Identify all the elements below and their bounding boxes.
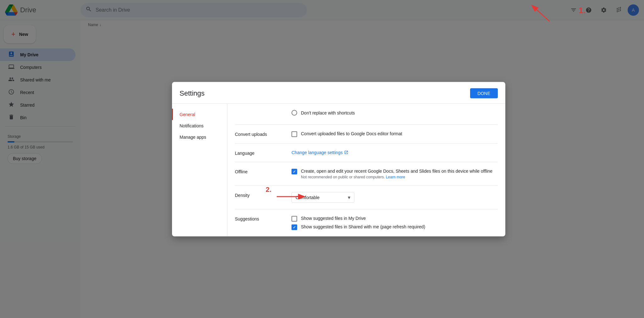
offline-checkbox-row: Create, open and edit your recent Google… [291, 168, 498, 179]
settings-nav-general[interactable]: General [172, 109, 227, 120]
settings-dialog: Settings DONE General Notifications Mana… [172, 82, 505, 236]
shortcuts-option: Don't replace with shortcuts [291, 110, 498, 115]
learn-more-link[interactable]: Learn more [386, 175, 405, 179]
convert-uploads-row: Convert uploaded files to Google Docs ed… [291, 131, 498, 137]
shortcuts-radio[interactable] [291, 110, 297, 115]
suggestions-text-2: Show suggested files in Shared with me (… [301, 224, 425, 229]
done-button[interactable]: DONE [470, 88, 498, 98]
convert-uploads-checkbox[interactable] [291, 131, 297, 137]
offline-label: Offline [235, 168, 291, 174]
settings-nav-manage-apps[interactable]: Manage apps [172, 131, 227, 142]
offline-note: Not recommended on public or shared comp… [301, 175, 492, 179]
settings-content: Don't replace with shortcuts Convert upl… [227, 103, 505, 236]
offline-description: Create, open and edit your recent Google… [301, 168, 492, 173]
settings-row-density: Density Comfortable Cozy Compact ▼ [235, 186, 498, 209]
settings-body: General Notifications Manage apps Don't … [172, 103, 505, 236]
suggestions-text-1: Show suggested files in My Drive [301, 215, 366, 220]
suggestions-row-1: Show suggested files in My Drive [291, 215, 498, 221]
suggestions-row-2: Show suggested files in Shared with me (… [291, 224, 498, 230]
settings-row-language: Language Change language settings [235, 143, 498, 162]
density-label: Density [235, 192, 291, 198]
shortcuts-label: Don't replace with shortcuts [301, 110, 355, 115]
suggestions-checkbox-2[interactable] [291, 224, 297, 230]
density-select-wrap: Comfortable Cozy Compact ▼ [291, 192, 354, 203]
settings-row-shortcuts: Don't replace with shortcuts [235, 103, 498, 125]
settings-nav-notifications[interactable]: Notifications [172, 120, 227, 131]
settings-header: Settings DONE [172, 82, 505, 103]
language-label: Language [235, 150, 291, 155]
offline-checkbox[interactable] [291, 169, 297, 174]
convert-uploads-text: Convert uploaded files to Google Docs ed… [301, 131, 402, 136]
settings-row-convert-uploads: Convert uploads Convert uploaded files t… [235, 125, 498, 143]
settings-row-suggestions: Suggestions Show suggested files in My D… [235, 209, 498, 236]
external-link-icon [344, 150, 348, 154]
settings-title: Settings [180, 89, 205, 97]
suggestions-label: Suggestions [235, 215, 291, 221]
suggestions-checkbox-1[interactable] [291, 216, 297, 221]
convert-uploads-label: Convert uploads [235, 131, 291, 137]
settings-nav: General Notifications Manage apps [172, 103, 227, 236]
density-select[interactable]: Comfortable Cozy Compact [291, 192, 354, 203]
settings-row-offline: Offline Create, open and edit your recen… [235, 162, 498, 186]
change-language-link[interactable]: Change language settings [291, 150, 498, 155]
